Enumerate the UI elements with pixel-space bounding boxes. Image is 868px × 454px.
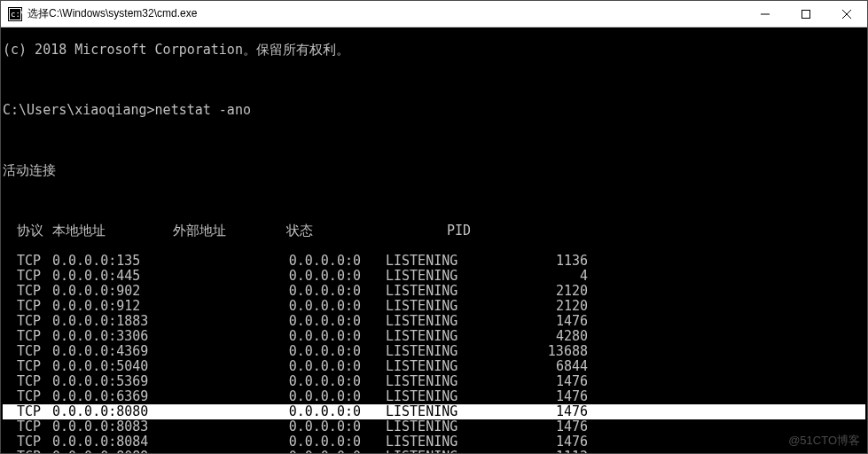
foreign-cell: 0.0.0.0:0 (208, 374, 386, 389)
local-cell: 0.0.0.0:3306 (52, 329, 208, 344)
table-row[interactable]: TCP0.0.0.0:33060.0.0.0:0LISTENING4280 (3, 329, 865, 344)
state-cell: LISTENING (386, 314, 510, 329)
proto-cell: TCP (3, 344, 52, 359)
local-cell: 0.0.0.0:8080 (52, 404, 208, 419)
minimize-button[interactable] (745, 1, 786, 27)
state-cell: LISTENING (386, 344, 510, 359)
foreign-cell: 0.0.0.0:0 (208, 284, 386, 299)
proto-cell: TCP (3, 284, 52, 299)
table-row[interactable]: TCP0.0.0.0:63690.0.0.0:0LISTENING1476 (3, 389, 865, 404)
pid-cell: 2120 (510, 284, 588, 299)
foreign-cell: 0.0.0.0:0 (208, 344, 386, 359)
table-row[interactable]: TCP0.0.0.0:80890.0.0.0:0LISTENING1112 (3, 450, 865, 453)
table-row[interactable]: TCP0.0.0.0:80800.0.0.0:0LISTENING1476 (3, 404, 865, 419)
foreign-cell: 0.0.0.0:0 (208, 359, 386, 374)
state-cell: LISTENING (386, 284, 510, 299)
blank-line (3, 73, 865, 88)
pid-cell: 4 (510, 269, 588, 284)
table-row[interactable]: TCP0.0.0.0:9020.0.0.0:0LISTENING2120 (3, 284, 865, 299)
foreign-cell: 0.0.0.0:0 (208, 404, 386, 419)
table-row[interactable]: TCP0.0.0.0:80830.0.0.0:0LISTENING1476 (3, 419, 865, 434)
hdr-proto: 协议 (3, 223, 52, 239)
local-cell: 0.0.0.0:8084 (52, 434, 208, 450)
pid-cell: 1136 (510, 254, 588, 269)
state-cell: LISTENING (386, 329, 510, 344)
command: netstat -ano (155, 102, 251, 118)
table-row[interactable]: TCP0.0.0.0:43690.0.0.0:0LISTENING13688 (3, 344, 865, 359)
proto-cell: TCP (3, 404, 52, 419)
proto-cell: TCP (3, 434, 52, 450)
local-cell: 0.0.0.0:4369 (52, 344, 208, 359)
local-cell: 0.0.0.0:5369 (52, 374, 208, 389)
rows-container: TCP0.0.0.0:1350.0.0.0:0LISTENING1136TCP0… (3, 254, 865, 453)
pid-cell: 6844 (510, 359, 588, 374)
pid-cell: 1476 (510, 404, 588, 419)
foreign-cell: 0.0.0.0:0 (208, 419, 386, 434)
state-cell: LISTENING (386, 269, 510, 284)
state-cell: LISTENING (386, 359, 510, 374)
watermark: @51CTO博客 (788, 433, 860, 448)
hdr-local: 本地地址 (52, 223, 173, 239)
proto-cell: TCP (3, 329, 52, 344)
local-cell: 0.0.0.0:912 (52, 299, 208, 314)
proto-cell: TCP (3, 299, 52, 314)
proto-cell: TCP (3, 450, 52, 453)
local-cell: 0.0.0.0:8089 (52, 450, 208, 453)
proto-cell: TCP (3, 314, 52, 329)
prompt-line: C:\Users\xiaoqiang>netstat -ano (3, 103, 865, 118)
foreign-cell: 0.0.0.0:0 (208, 254, 386, 269)
state-cell: LISTENING (386, 299, 510, 314)
foreign-cell: 0.0.0.0:0 (208, 299, 386, 314)
prompt: C:\Users\xiaoqiang> (3, 102, 155, 118)
pid-cell: 1476 (510, 314, 588, 329)
proto-cell: TCP (3, 359, 52, 374)
cmd-icon: c:\ (8, 7, 22, 21)
proto-cell: TCP (3, 374, 52, 389)
proto-cell: TCP (3, 389, 52, 404)
state-cell: LISTENING (386, 404, 510, 419)
pid-cell: 1476 (510, 434, 588, 450)
foreign-cell: 0.0.0.0:0 (208, 389, 386, 404)
proto-cell: TCP (3, 419, 52, 434)
close-button[interactable] (826, 1, 867, 27)
blank-line (3, 133, 865, 148)
foreign-cell: 0.0.0.0:0 (208, 269, 386, 284)
local-cell: 0.0.0.0:8083 (52, 419, 208, 434)
terminal-output[interactable]: (c) 2018 Microsoft Corporation。保留所有权利。 C… (1, 27, 867, 453)
table-row[interactable]: TCP0.0.0.0:4450.0.0.0:0LISTENING4 (3, 269, 865, 284)
state-cell: LISTENING (386, 389, 510, 404)
table-row[interactable]: TCP0.0.0.0:53690.0.0.0:0LISTENING1476 (3, 374, 865, 389)
pid-cell: 13688 (510, 344, 588, 359)
table-row[interactable]: TCP0.0.0.0:1350.0.0.0:0LISTENING1136 (3, 254, 865, 269)
copyright-line: (c) 2018 Microsoft Corporation。保留所有权利。 (3, 43, 865, 58)
pid-cell: 2120 (510, 299, 588, 314)
state-cell: LISTENING (386, 374, 510, 389)
local-cell: 0.0.0.0:445 (52, 269, 208, 284)
titlebar[interactable]: c:\ 选择C:\Windows\system32\cmd.exe (1, 1, 867, 27)
foreign-cell: 0.0.0.0:0 (208, 314, 386, 329)
proto-cell: TCP (3, 269, 52, 284)
cmd-window: c:\ 选择C:\Windows\system32\cmd.exe (c) 20… (0, 0, 868, 454)
table-row[interactable]: TCP0.0.0.0:18830.0.0.0:0LISTENING1476 (3, 314, 865, 329)
local-cell: 0.0.0.0:902 (52, 284, 208, 299)
pid-cell: 1112 (510, 450, 588, 453)
local-cell: 0.0.0.0:1883 (52, 314, 208, 329)
svg-text:c:\: c:\ (11, 10, 22, 19)
header-row: 协议本地地址外部地址状态PID (3, 223, 865, 239)
table-row[interactable]: TCP0.0.0.0:80840.0.0.0:0LISTENING1476 (3, 434, 865, 450)
svg-rect-5 (802, 10, 810, 18)
hdr-state: 状态 (286, 223, 400, 239)
table-row[interactable]: TCP0.0.0.0:50400.0.0.0:0LISTENING6844 (3, 359, 865, 374)
window-title: 选择C:\Windows\system32\cmd.exe (27, 6, 745, 21)
maximize-button[interactable] (786, 1, 826, 27)
hdr-pid: PID (400, 223, 471, 239)
section-label: 活动连接 (3, 163, 865, 178)
state-cell: LISTENING (386, 450, 510, 453)
local-cell: 0.0.0.0:6369 (52, 389, 208, 404)
pid-cell: 4280 (510, 329, 588, 344)
table-row[interactable]: TCP0.0.0.0:9120.0.0.0:0LISTENING2120 (3, 299, 865, 314)
state-cell: LISTENING (386, 254, 510, 269)
local-cell: 0.0.0.0:5040 (52, 359, 208, 374)
blank-line (3, 193, 865, 208)
pid-cell: 1476 (510, 389, 588, 404)
